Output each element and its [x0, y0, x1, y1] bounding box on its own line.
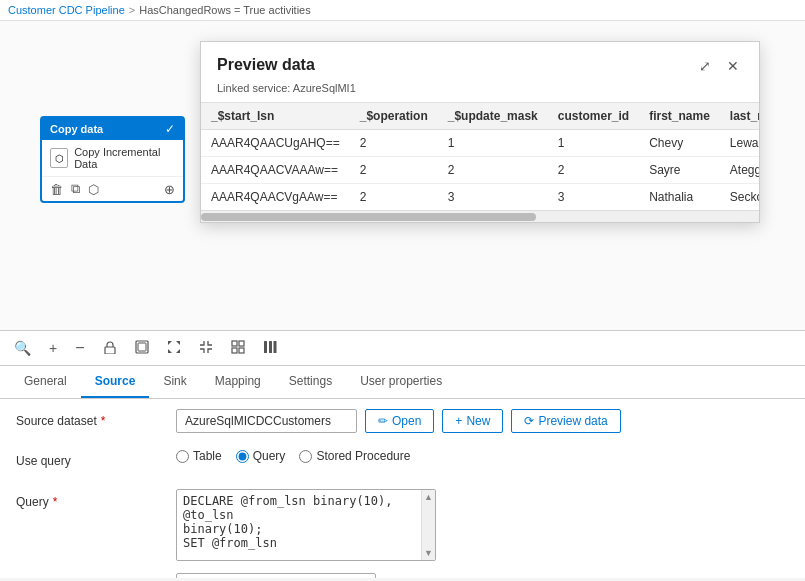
preview-scrollbar[interactable]	[201, 210, 759, 222]
radio-query-input[interactable]	[236, 450, 249, 463]
svg-rect-7	[264, 341, 267, 353]
open-icon: ✏	[378, 414, 388, 428]
radio-table-input[interactable]	[176, 450, 189, 463]
svg-rect-4	[239, 341, 244, 346]
query-timeout-input[interactable]	[176, 573, 376, 578]
fit-button[interactable]	[131, 338, 153, 359]
tab-user-properties[interactable]: User properties	[346, 366, 456, 398]
copy-data-title: Copy data	[50, 123, 103, 135]
svg-rect-3	[232, 341, 237, 346]
preview-expand-icon[interactable]: ⤢	[695, 56, 715, 76]
preview-scrollbar-thumb	[201, 213, 536, 221]
cell-cid-3: 3	[548, 184, 639, 211]
col-first-name: first_name	[639, 103, 720, 130]
svg-rect-0	[105, 347, 115, 354]
breadcrumb-activity: HasChangedRows = True activities	[139, 4, 311, 16]
new-button[interactable]: + New	[442, 409, 503, 433]
table-row: AAAR4QAACVAAAw== 2 2 2 Sayre Ateggart sa…	[201, 157, 759, 184]
use-query-row: Use query Table Query Stored Procedure	[16, 449, 789, 477]
expand-canvas-button[interactable]	[163, 338, 185, 359]
cell-ln-2: Ateggart	[720, 157, 759, 184]
query-row: Query * DECLARE @from_lsn binary(10), @t…	[16, 489, 789, 561]
cell-mask-2: 2	[438, 157, 548, 184]
query-textarea[interactable]: DECLARE @from_lsn binary(10), @to_lsn bi…	[177, 490, 421, 560]
cell-mask-1: 1	[438, 130, 548, 157]
search-button[interactable]: 🔍	[10, 338, 35, 358]
col-update-mask: _$update_mask	[438, 103, 548, 130]
col-start-lsn: _$start_lsn	[201, 103, 350, 130]
preview-dialog: Preview data ⤢ ✕ Linked service: AzureSq…	[200, 41, 760, 223]
col-customer-id: customer_id	[548, 103, 639, 130]
open-button[interactable]: ✏ Open	[365, 409, 434, 433]
tab-sink[interactable]: Sink	[149, 366, 200, 398]
query-required: *	[53, 495, 58, 509]
tab-settings[interactable]: Settings	[275, 366, 346, 398]
cell-start-lsn-3: AAAR4QAACVgAAw==	[201, 184, 350, 211]
radio-stored-procedure[interactable]: Stored Procedure	[299, 449, 410, 463]
query-value: DECLARE @from_lsn binary(10), @to_lsn bi…	[176, 489, 789, 561]
copy-data-delete-icon[interactable]: 🗑	[50, 182, 63, 197]
copy-data-more-icon[interactable]: ⬡	[88, 182, 99, 197]
top-bar: Customer CDC Pipeline > HasChangedRows =…	[0, 0, 805, 21]
query-timeout-row: Query timeout (minutes) ℹ	[16, 573, 789, 578]
cell-op-1: 2	[350, 130, 438, 157]
breadcrumb-sep1: >	[129, 4, 135, 16]
source-dataset-value: AzureSqlMICDCCustomers ✏ Open + New ⟳ Pr…	[176, 409, 789, 433]
cell-cid-1: 1	[548, 130, 639, 157]
preview-linked-service: Linked service: AzureSqlMI1	[201, 82, 759, 102]
use-query-label: Use query	[16, 449, 176, 468]
cell-ln-1: Leward	[720, 130, 759, 157]
main-area: Copy data ✓ ⬡ Copy Incremental Data 🗑 ⧉ …	[0, 21, 805, 578]
new-plus-icon: +	[455, 414, 462, 428]
tab-source[interactable]: Source	[81, 366, 150, 398]
scroll-up-icon[interactable]: ▲	[424, 492, 433, 502]
source-dataset-select-wrap: AzureSqlMICDCCustomers	[176, 409, 357, 433]
source-dataset-select[interactable]: AzureSqlMICDCCustomers	[176, 409, 357, 433]
scroll-down-icon[interactable]: ▼	[424, 548, 433, 558]
canvas-area: Copy data ✓ ⬡ Copy Incremental Data 🗑 ⧉ …	[0, 21, 805, 331]
cell-fn-3: Nathalia	[639, 184, 720, 211]
cell-start-lsn-2: AAAR4QAACVAAAw==	[201, 157, 350, 184]
remove-button[interactable]: −	[71, 337, 88, 359]
copy-data-copy-icon[interactable]: ⧉	[71, 181, 80, 197]
settings-button[interactable]	[259, 338, 281, 359]
source-dataset-label: Source dataset *	[16, 409, 176, 428]
tab-general[interactable]: General	[10, 366, 81, 398]
copy-data-box[interactable]: Copy data ✓ ⬡ Copy Incremental Data 🗑 ⧉ …	[40, 116, 185, 203]
col-operation: _$operation	[350, 103, 438, 130]
cell-op-3: 2	[350, 184, 438, 211]
add-button[interactable]: +	[45, 338, 61, 358]
radio-table[interactable]: Table	[176, 449, 222, 463]
preview-table-container: _$start_lsn _$operation _$update_mask cu…	[201, 102, 759, 210]
cell-mask-3: 3	[438, 184, 548, 211]
cell-fn-1: Chevy	[639, 130, 720, 157]
svg-rect-8	[269, 341, 272, 353]
preview-dialog-title: Preview data	[217, 56, 315, 74]
radio-group: Table Query Stored Procedure	[176, 449, 410, 463]
tabs-bar: General Source Sink Mapping Settings Use…	[0, 366, 805, 399]
grid-button[interactable]	[227, 338, 249, 359]
query-label: Query *	[16, 489, 176, 509]
use-query-value: Table Query Stored Procedure	[176, 449, 789, 463]
copy-data-header: Copy data ✓	[42, 118, 183, 140]
breadcrumb-pipeline[interactable]: Customer CDC Pipeline	[8, 4, 125, 16]
radio-sp-input[interactable]	[299, 450, 312, 463]
preview-dialog-header: Preview data ⤢ ✕	[201, 42, 759, 82]
svg-rect-5	[232, 348, 237, 353]
copy-data-connect-icon[interactable]: ⊕	[164, 182, 175, 197]
radio-query[interactable]: Query	[236, 449, 286, 463]
table-row: AAAR4QAACVgAAw== 2 3 3 Nathalia Seckom n…	[201, 184, 759, 211]
cell-start-lsn-1: AAAR4QAACUgAHQ==	[201, 130, 350, 157]
preview-table: _$start_lsn _$operation _$update_mask cu…	[201, 103, 759, 210]
lock-button[interactable]	[99, 338, 121, 359]
properties-panel: Source dataset * AzureSqlMICDCCustomers …	[0, 399, 805, 578]
query-timeout-value: ℹ	[176, 573, 789, 578]
tab-mapping[interactable]: Mapping	[201, 366, 275, 398]
svg-rect-9	[273, 341, 276, 353]
preview-close-icon[interactable]: ✕	[723, 56, 743, 76]
copy-data-body: ⬡ Copy Incremental Data	[42, 140, 183, 176]
table-row: AAAR4QAACUgAHQ== 2 1 1 Chevy Leward clew…	[201, 130, 759, 157]
preview-data-button[interactable]: ⟳ Preview data	[511, 409, 620, 433]
collapse-canvas-button[interactable]	[195, 338, 217, 359]
copy-data-check-icon: ✓	[165, 122, 175, 136]
